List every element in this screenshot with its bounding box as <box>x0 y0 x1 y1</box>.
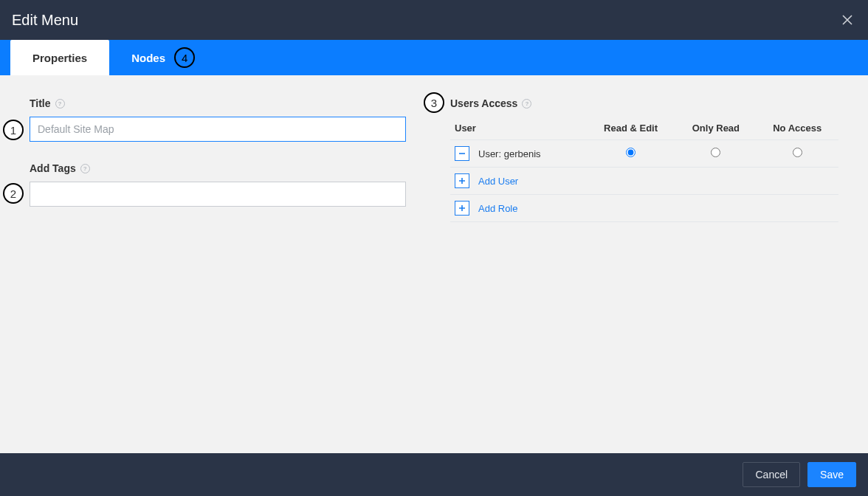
users-access-table: User Read & Edit Only Read No Access <box>450 117 838 222</box>
remove-user-button[interactable] <box>455 146 469 161</box>
tab-label: Nodes <box>131 52 165 64</box>
tags-label: Add Tags ? <box>30 162 406 174</box>
cancel-button[interactable]: Cancel <box>743 462 800 487</box>
col-user: User <box>450 117 586 140</box>
help-icon[interactable]: ? <box>80 164 90 173</box>
user-label: User: gerbenis <box>478 148 541 159</box>
table-row: User: gerbenis <box>450 140 838 168</box>
right-column: 3 Users Access ? User Read & Edit Only R… <box>450 97 838 227</box>
annotation-4: 4 <box>174 47 195 68</box>
tab-properties[interactable]: Properties <box>10 40 109 75</box>
tags-input[interactable] <box>30 182 406 207</box>
modal-footer: Cancel Save <box>0 453 868 496</box>
annotation-1: 1 <box>3 120 24 140</box>
annotation-2: 2 <box>3 183 24 204</box>
title-label: Title ? <box>30 97 406 109</box>
add-user-button[interactable] <box>455 173 469 188</box>
title-field: Title ? 1 <box>30 97 406 142</box>
tab-nodes[interactable]: Nodes 4 <box>109 40 217 75</box>
add-role-button[interactable] <box>455 201 469 216</box>
col-no-access: No Access <box>756 117 838 140</box>
content-scroll[interactable]: Title ? 1 Add Tags ? 2 <box>0 75 868 453</box>
modal-title: Edit Menu <box>12 12 78 29</box>
add-user-link[interactable]: Add User <box>478 176 518 187</box>
edit-menu-modal: Edit Menu Properties Nodes 4 Title ? <box>0 0 868 496</box>
col-only-read: Only Read <box>675 117 756 140</box>
title-input[interactable] <box>30 117 406 142</box>
modal-header: Edit Menu <box>0 0 868 40</box>
radio-only-read[interactable] <box>711 148 720 157</box>
help-icon[interactable]: ? <box>522 99 531 108</box>
help-icon[interactable]: ? <box>55 99 65 108</box>
add-user-row: Add User <box>450 168 838 195</box>
content-area: Title ? 1 Add Tags ? 2 <box>0 75 868 453</box>
users-access-label: 3 Users Access ? <box>450 97 838 109</box>
col-read-edit: Read & Edit <box>586 117 676 140</box>
tab-bar: Properties Nodes 4 <box>0 40 868 75</box>
close-icon[interactable] <box>838 11 856 29</box>
tab-label: Properties <box>32 52 87 64</box>
left-column: Title ? 1 Add Tags ? 2 <box>30 97 406 227</box>
table-header-row: User Read & Edit Only Read No Access <box>450 117 838 140</box>
save-button[interactable]: Save <box>807 462 856 487</box>
tags-field: Add Tags ? 2 <box>30 162 406 207</box>
annotation-3: 3 <box>424 92 444 113</box>
add-role-row: Add Role <box>450 195 838 222</box>
add-role-link[interactable]: Add Role <box>478 203 517 214</box>
radio-read-edit[interactable] <box>626 148 636 157</box>
radio-no-access[interactable] <box>793 148 802 157</box>
